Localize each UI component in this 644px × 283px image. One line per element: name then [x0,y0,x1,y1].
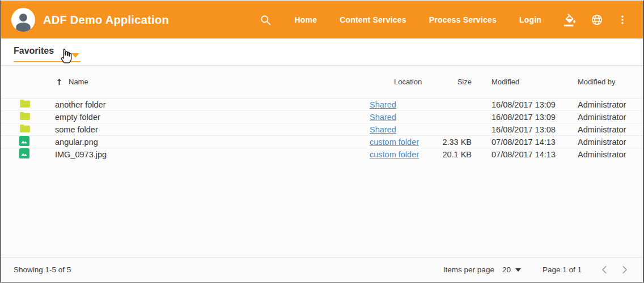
app-title: ADF Demo Application [43,14,169,27]
modified-date: 07/08/2017 14:13 [472,138,575,147]
items-per-page-label: Items per page [443,265,494,274]
file-name[interactable]: empty folder [55,113,100,122]
app-window: ADF Demo Application Home Content Servic… [0,0,644,283]
file-size: 2.33 KB [440,138,472,147]
view-selector-underline [14,61,80,62]
image-icon [19,136,29,148]
location-link[interactable]: Shared [370,125,396,134]
document-list: Name Location Size Modified Modified by [1,66,643,257]
modified-by: Administrator [575,113,643,122]
app-header: ADF Demo Application Home Content Servic… [1,1,643,38]
modified-date: 16/08/2017 13:09 [472,113,575,122]
modified-date: 16/08/2017 13:08 [472,125,575,134]
location-link[interactable]: custom folder [370,138,419,147]
file-name[interactable]: another folder [55,100,105,109]
image-icon [19,148,29,160]
modified-by: Administrator [575,125,643,134]
table-row[interactable]: another folder Shared 16/08/2017 13:09 A… [1,98,643,110]
modified-date: 16/08/2017 13:09 [472,100,575,109]
file-name[interactable]: some folder [55,125,98,134]
column-header-size[interactable]: Size [440,78,472,86]
table-header-row: Name Location Size Modified Modified by [1,66,643,98]
person-icon [12,9,35,32]
column-header-location[interactable]: Location [364,78,440,86]
location-link[interactable]: Shared [370,100,396,109]
modified-by: Administrator [575,138,643,147]
modified-by: Administrator [575,100,643,109]
modified-date: 07/08/2017 14:13 [472,150,575,159]
folder-icon [19,123,31,135]
nav-content-services[interactable]: Content Services [340,15,406,24]
folder-icon [19,111,31,123]
more-vert-icon[interactable] [617,14,628,25]
file-name[interactable]: IMG_0973.jpg [55,150,107,159]
paginator: Showing 1-5 of 5 Items per page 20 Page … [1,257,643,282]
items-per-page-value: 20 [502,265,511,274]
chevron-down-icon [515,268,521,272]
page-indicator: Page 1 of 1 [543,265,582,274]
table-row[interactable]: angular.png custom folder 2.33 KB 07/08/… [1,135,643,148]
table-row[interactable]: some folder Shared 16/08/2017 13:08 Admi… [1,123,643,135]
avatar [11,8,35,32]
sort-ascending-icon [55,78,63,86]
folder-icon [19,98,31,110]
column-header-modified[interactable]: Modified [472,78,575,86]
nav-process-services[interactable]: Process Services [429,15,497,24]
table-row[interactable]: empty folder Shared 16/08/2017 13:09 Adm… [1,110,643,123]
file-name[interactable]: angular.png [55,138,98,147]
view-selector-bar: Favorites [1,38,643,66]
column-header-name[interactable]: Name [55,78,364,86]
search-icon[interactable] [260,14,272,26]
chevron-down-icon[interactable] [71,53,79,58]
nav-login[interactable]: Login [519,15,541,24]
file-size: 20.1 KB [440,150,472,159]
next-page-button[interactable] [620,265,629,275]
modified-by: Administrator [575,150,643,159]
table-row[interactable]: IMG_0973.jpg custom folder 20.1 KB 07/08… [1,148,643,160]
nav-home[interactable]: Home [294,15,317,24]
table-body: another folder Shared 16/08/2017 13:09 A… [1,98,643,160]
showing-range-label: Showing 1-5 of 5 [14,265,71,274]
location-link[interactable]: Shared [370,113,396,122]
globe-icon[interactable] [591,14,603,26]
view-selector[interactable]: Favorites [14,46,54,56]
previous-page-button[interactable] [600,265,609,275]
column-header-modified-by[interactable]: Modified by [575,78,643,86]
location-link[interactable]: custom folder [370,150,419,159]
items-per-page-select[interactable]: 20 [502,265,521,274]
color-fill-icon[interactable] [564,14,577,27]
